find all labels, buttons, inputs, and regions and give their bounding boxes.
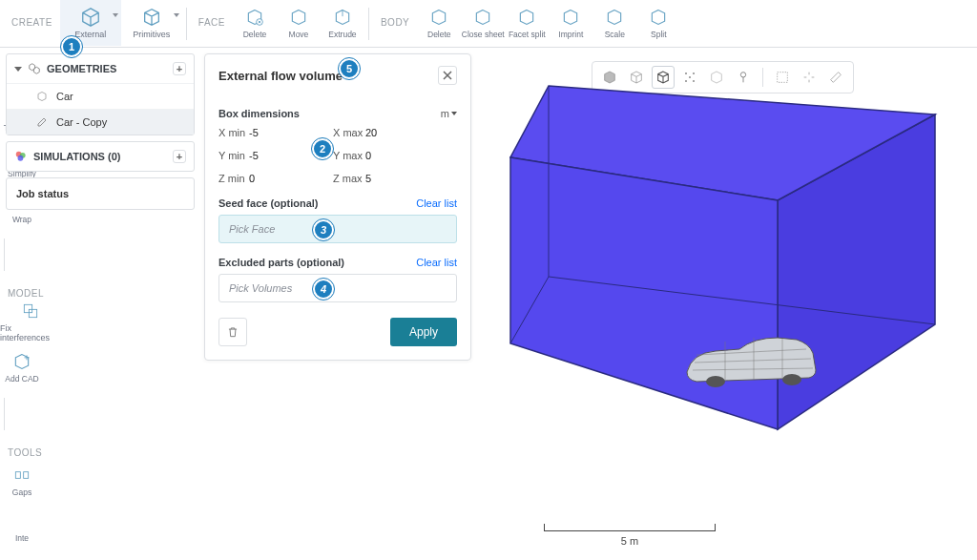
delete-button[interactable] xyxy=(218,318,247,346)
close-panel-button[interactable] xyxy=(438,66,457,85)
body-delete-button[interactable]: Delete xyxy=(417,0,461,46)
separator xyxy=(4,398,5,430)
extrude-icon xyxy=(332,7,353,28)
pick-volumes-input[interactable]: Pick Volumes 4 xyxy=(218,274,457,302)
imprint-button[interactable]: Imprint xyxy=(549,0,592,46)
cubes-icon xyxy=(28,62,41,75)
scale-icon xyxy=(604,7,625,28)
box-dimensions-label: Box dimensions xyxy=(218,108,300,119)
svg-rect-3 xyxy=(15,472,20,479)
group-create: CREATE xyxy=(4,0,60,28)
callout-1: 1 xyxy=(61,36,82,57)
face-delete-button[interactable]: Delete xyxy=(233,0,277,46)
imprint-icon xyxy=(560,7,581,28)
cube-x-icon xyxy=(428,7,449,28)
add-geometry-button[interactable]: + xyxy=(173,62,186,75)
simulations-card: SIMULATIONS (0) + xyxy=(6,141,195,172)
clear-seed-face[interactable]: Clear list xyxy=(416,197,457,209)
sim-icon xyxy=(14,150,28,163)
geometries-label: GEOMETRIES xyxy=(47,63,116,74)
viewport-3d[interactable]: 5 m xyxy=(477,48,977,560)
callout-4: 4 xyxy=(313,279,334,300)
xmin-value[interactable]: -5 xyxy=(249,127,287,138)
split-button[interactable]: Split xyxy=(636,0,680,46)
excluded-parts-label: Excluded parts (optional) xyxy=(218,257,344,268)
dimensions-grid: X min -5 X max 20 Y min -5 Y max 0 Z min… xyxy=(218,127,457,184)
svg-point-7 xyxy=(18,156,24,161)
inte-button[interactable]: Inte xyxy=(0,504,44,550)
panel-body: Box dimensions m X min -5 X max 20 Y min… xyxy=(205,96,470,360)
panel-header: External flow volume xyxy=(205,54,470,96)
add-cad-button[interactable]: Add CAD xyxy=(0,344,44,390)
excluded-parts-header: Excluded parts (optional) Clear list xyxy=(218,257,457,268)
add-cad-icon xyxy=(11,351,32,372)
xmin-label: X min xyxy=(218,127,249,138)
panel-title: External flow volume xyxy=(218,69,343,83)
cube-move-icon xyxy=(288,7,309,28)
seed-face-label: Seed face (optional) xyxy=(218,197,319,209)
job-status-card[interactable]: Job status xyxy=(6,177,195,210)
simulations-header[interactable]: SIMULATIONS (0) + xyxy=(7,142,194,171)
svg-rect-1 xyxy=(24,304,31,312)
facet-split-button[interactable]: Facet split xyxy=(505,0,549,46)
gaps-button[interactable]: Gaps xyxy=(0,458,44,504)
callout-3: 3 xyxy=(313,219,334,240)
clear-excluded-parts[interactable]: Clear list xyxy=(416,257,457,268)
pick-face-input[interactable]: Pick Face 3 xyxy=(218,215,457,243)
inte-icon xyxy=(11,510,32,531)
tree-item-car-copy[interactable]: Car - Copy xyxy=(7,109,194,135)
unit-select[interactable]: m xyxy=(441,108,457,119)
separator xyxy=(186,8,187,40)
zmax-label: Z max xyxy=(333,173,365,184)
geometries-header[interactable]: GEOMETRIES + xyxy=(7,54,194,83)
item-label: Car xyxy=(56,91,73,102)
group-body: BODY xyxy=(373,0,417,28)
zmin-label: Z min xyxy=(218,173,249,184)
callout-5: 5 xyxy=(339,58,360,79)
close-icon xyxy=(443,71,452,80)
svg-point-21 xyxy=(706,376,725,387)
face-extrude-button[interactable]: Extrude xyxy=(321,0,364,46)
svg-point-22 xyxy=(782,374,801,385)
ymin-value[interactable]: -5 xyxy=(249,150,287,161)
item-label: Car - Copy xyxy=(56,116,107,128)
xmax-label: X max xyxy=(333,127,365,138)
scale-label: 5 m xyxy=(544,535,716,547)
simulations-label: SIMULATIONS (0) xyxy=(33,151,120,162)
ymin-label: Y min xyxy=(218,150,249,161)
face-move-button[interactable]: Move xyxy=(277,0,321,46)
close-sheet-button[interactable]: Close sheet xyxy=(461,0,505,46)
left-tree: GEOMETRIES + Car Car - Copy SIMULATIONS … xyxy=(6,53,195,210)
scale-button[interactable]: Scale xyxy=(592,0,636,46)
seed-face-header: Seed face (optional) Clear list xyxy=(218,197,457,209)
primitives-label: Primitives xyxy=(133,30,170,39)
caret-icon xyxy=(113,13,118,17)
primitives-button[interactable]: Primitives xyxy=(121,0,182,46)
ymax-value[interactable]: 0 xyxy=(365,150,404,161)
external-flow-panel: External flow volume Box dimensions m X … xyxy=(204,53,471,361)
job-status-label: Job status xyxy=(16,188,69,199)
group-face: FACE xyxy=(191,0,233,28)
apply-label: Apply xyxy=(409,325,438,339)
cube-icon xyxy=(35,90,49,103)
unit-label: m xyxy=(441,108,449,119)
edit-icon xyxy=(35,115,49,129)
caret-icon xyxy=(174,13,179,17)
fix-interferences-button[interactable]: Fix interferences xyxy=(0,299,61,344)
xmax-value[interactable]: 20 xyxy=(365,127,404,138)
tree-item-car[interactable]: Car xyxy=(7,83,194,109)
external-label: External xyxy=(74,30,106,39)
cube-icon xyxy=(141,7,162,28)
apply-button[interactable]: Apply xyxy=(390,318,457,346)
separator xyxy=(368,8,369,40)
zmax-value[interactable]: 5 xyxy=(365,173,404,184)
svg-rect-4 xyxy=(24,472,29,479)
add-simulation-button[interactable]: + xyxy=(173,150,186,163)
gaps-icon xyxy=(11,465,32,486)
zmin-value[interactable]: 0 xyxy=(249,173,287,184)
toolbar: CREATE External Primitives FACE Delete M… xyxy=(0,0,977,48)
svg-marker-17 xyxy=(510,157,778,429)
scale-bar: 5 m xyxy=(544,524,716,547)
chevron-down-icon xyxy=(451,112,457,115)
cube-icon xyxy=(80,7,101,28)
